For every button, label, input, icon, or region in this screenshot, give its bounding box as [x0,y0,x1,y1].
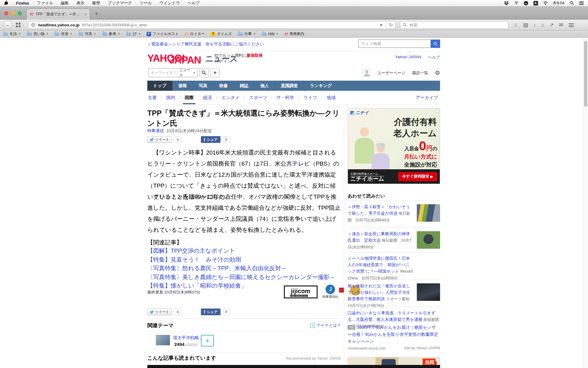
article-thumbnail[interactable] [417,231,440,249]
menu-help[interactable]: ヘルプ [187,0,200,6]
register-link[interactable]: 新規取得 [247,53,263,58]
window-minimize-button[interactable] [11,11,15,15]
nav-tab-top[interactable]: トップ [147,81,172,91]
search-input[interactable] [409,23,506,27]
nav-tab-poll[interactable]: 意識調査 [275,81,304,91]
tweet-button[interactable]: ツイート [147,136,172,143]
bookmark-star-icon[interactable]: ☆ [513,22,518,28]
subnav-region[interactable]: 地域 [326,91,336,105]
tweet-count[interactable]: 3 [174,136,181,143]
theme-link[interactable]: 環太平洋戦略… [173,335,203,340]
nav-tab-personal[interactable]: 個人 [254,81,275,91]
keyword-input[interactable] [149,71,177,75]
airport-icon[interactable] [514,1,519,6]
subscriptions-link[interactable]: 購読一覧 [412,70,428,76]
nav-tab-ranking[interactable]: ランキング [304,81,338,91]
related-link[interactable]: 【特集】見直そう！ みそ汁の効用 [147,255,335,264]
ad-info-icon[interactable]: i [435,109,439,113]
nursing-home-ad[interactable]: i ニチイ 介護付有料 老人ホーム 入居金0円の 月払い方式に 全施設が対応 介… [348,108,440,184]
wifi-icon[interactable] [543,1,548,6]
source-link[interactable]: 時事通信 [147,128,164,133]
menu-tools[interactable]: ツール [140,0,152,6]
spotlight-search-icon[interactable] [569,1,574,6]
bookmark-transit[interactable]: Y!乗換案内 [285,31,304,36]
subnav-main[interactable]: 主要 [147,91,157,105]
theme-follow-button[interactable]: + [201,335,214,347]
yahoo-japan-link[interactable]: Yahoo! JAPAN [395,55,421,60]
bookmark-reuters[interactable]: ロイター [185,31,205,36]
user-page-link[interactable]: ユーザーページ [377,70,405,76]
web-search-button[interactable] [431,40,440,48]
bookmark-filepost[interactable]: Fファイルポスト [147,31,179,36]
bookmark-folder-shopping[interactable]: 買い物▼ [27,31,48,36]
subnav-life[interactable]: ライフ [303,91,318,105]
home-icon[interactable]: ⌂ [541,22,544,28]
search-scope-select[interactable]: ニュース▼ [177,68,197,77]
ad-info-icon[interactable]: i [435,358,439,362]
theme-thumbnail[interactable] [156,335,170,345]
article-thumbnail[interactable] [417,283,440,301]
share-icon[interactable]: ↗ [549,22,554,28]
ad-cta-button[interactable]: 今すぐ資料請求▶ [398,172,437,181]
search-engine-icon[interactable] [403,23,408,28]
window-close-button[interactable] [4,11,8,15]
pocket-icon[interactable]: ✉ [559,22,563,28]
menu-bookmarks[interactable]: ブックマーク [108,0,132,6]
theme-help-link[interactable]: テーマとは？ [317,323,341,328]
creative-cloud-icon[interactable]: Cc [524,1,529,6]
search-bar[interactable] [400,21,508,29]
help-link[interactable]: ヘルプ [428,55,440,60]
add-search-button[interactable]: + [210,68,220,77]
bookmark-folder-photo[interactable]: 写真▼ [78,31,96,36]
news-search-box[interactable]: ニュース▼ [149,68,198,77]
scrollbar-thumb[interactable] [584,41,587,107]
site-identity-icon[interactable] [31,23,36,28]
jijicom-logo[interactable]: jijicom http://www.jiji.com [284,286,318,298]
bookmark-folder-reference[interactable]: 参考▼ [102,31,120,36]
tab-close-icon[interactable]: × [84,12,87,17]
article-thumbnail[interactable] [417,204,440,222]
menu-hamburger-icon[interactable] [569,23,574,27]
browser-tab[interactable]: Y! TPP「賛成できず」＝米大... × [26,9,90,20]
bookmark-folder-work[interactable]: 仕事▼ [238,31,256,36]
menu-view[interactable]: 表示 [77,0,85,6]
tweet-count[interactable]: 3 [174,309,181,315]
nav-tab-magazine[interactable]: 雑誌 [234,81,254,91]
login-link[interactable]: ログイン [214,59,232,63]
notification-center-icon[interactable] [579,2,584,5]
bookmark-folder-hw[interactable]: HW▼ [262,32,278,36]
bookmark-folder-27[interactable]: 27▼ [126,32,141,36]
input-source-icon[interactable]: A [533,1,538,6]
donation-banner-link[interactable]: ＜緊急募金＞シリア難民支援 命を守る活動にご協力ください [147,41,264,47]
nav-tab-video[interactable]: 映像 [213,81,234,91]
tweet-button[interactable]: ツイート [147,309,172,315]
sidebar-article-link[interactable]: 口論中にいきなり車発進、５０メートル引きずる…大阪府警、殺人未遂容疑で男を逮捕 [348,311,435,322]
related-link[interactable]: 【図解】TPP交渉の主なポイント [147,247,335,255]
scrollbar[interactable] [583,38,588,368]
related-link[interactable]: 〔写真特集〕美しき農婦たち～田園に映えるセクシーカレンダー撮影～ [147,273,335,282]
theme-help[interactable]: + テーマとは？ [310,323,341,328]
url-bar[interactable]: headlines.yahoo.co.jp/hl?a=20151008-0000… [28,21,396,29]
bookmark-times[interactable]: Tタイムズ [211,31,232,36]
gear-icon[interactable]: ⚙ [435,69,440,76]
share-count[interactable]: 0 [223,309,230,315]
nav-tab-photo[interactable]: 写真 [193,81,213,91]
subnav-archive[interactable]: アーカイブ [415,91,439,105]
menu-file[interactable]: ファイル [37,0,53,6]
bookmark-folder-life[interactable]: 生活▼ [3,31,21,36]
menu-edit[interactable]: 編集 [61,0,69,6]
menu-firefox[interactable]: Firefox [16,1,29,6]
share-count[interactable]: 0 [223,136,230,143]
window-zoom-button[interactable] [18,11,22,15]
tab-groups-icon[interactable] [16,23,21,27]
bookmark-folder-music[interactable]: 音楽▼ [55,31,72,36]
nav-tab-flash[interactable]: 速報 [172,81,193,91]
dropbox-icon[interactable] [504,1,509,6]
subnav-entertainment[interactable]: エンタメ [221,91,240,105]
facebook-share-button[interactable]: fシェア [201,136,220,143]
url-dropdown-icon[interactable]: ▾ [380,22,383,28]
menu-clock[interactable]: 木9:04 [553,0,564,6]
related-link[interactable]: 〔写真特集〕怒れる農民～TPP、米輸入自由化反対～ [147,264,335,273]
subnav-sports[interactable]: スポーツ [248,91,268,105]
new-tab-button[interactable]: + [93,11,100,17]
